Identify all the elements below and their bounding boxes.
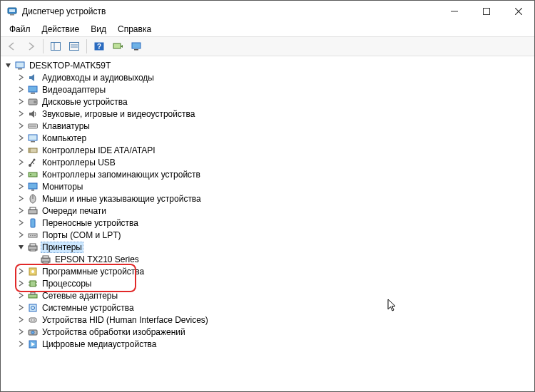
tree-node[interactable]: Мыши и иные указывающие устройства <box>15 192 534 205</box>
chevron-right-icon[interactable] <box>16 182 25 191</box>
tree-node[interactable]: Системные устройства <box>15 301 534 314</box>
tree-node[interactable]: Устройства обработки изображений <box>15 326 534 338</box>
chevron-right-icon[interactable] <box>16 195 25 203</box>
chevron-down-icon[interactable] <box>4 61 12 70</box>
chevron-right-icon[interactable] <box>16 207 25 215</box>
svg-rect-49 <box>43 262 49 263</box>
imaging-icon <box>27 326 39 338</box>
chevron-right-icon[interactable] <box>16 231 25 239</box>
chevron-right-icon[interactable] <box>16 110 25 118</box>
usb-icon <box>27 157 39 168</box>
tree-node[interactable]: Контроллеры IDE ATA/ATAPI <box>15 144 534 156</box>
tree-node[interactable]: Устройства HID (Human Interface Devices) <box>15 314 534 326</box>
tree-node[interactable]: Порты (COM и LPT) <box>15 229 534 241</box>
tree-node-label: Переносные устройства <box>41 218 140 228</box>
menu-file[interactable]: Файл <box>4 23 36 36</box>
toolbar-monitor[interactable] <box>128 38 145 54</box>
tree-node-label: Очереди печати <box>41 206 108 216</box>
tree-root-node[interactable]: DESKTOP-MATK59T <box>2 59 534 71</box>
chevron-right-icon[interactable] <box>16 98 25 106</box>
svg-rect-39 <box>31 219 35 227</box>
tree-node[interactable]: Переносные устройства <box>15 217 534 229</box>
tree-node[interactable]: Сетевые адаптеры <box>15 289 534 301</box>
device-tree-panel[interactable]: DESKTOP-MATK59TАудиовходы и аудиовыходыВ… <box>1 56 534 391</box>
chevron-down-icon[interactable] <box>16 243 25 252</box>
close-button[interactable] <box>502 1 534 22</box>
svg-rect-57 <box>29 294 37 298</box>
toolbar-forward[interactable] <box>22 38 39 54</box>
mouse-icon <box>27 193 39 205</box>
minimize-button[interactable] <box>438 1 470 22</box>
tree-node[interactable]: Контроллеры USB <box>15 156 534 168</box>
menubar: Файл Действие Вид Справка <box>1 22 534 36</box>
tree-node-label: Мониторы <box>41 182 84 192</box>
tree-leaf-label: EPSON TX210 Series <box>54 254 141 264</box>
svg-rect-58 <box>31 292 35 294</box>
chevron-right-icon[interactable] <box>16 279 25 288</box>
chevron-right-icon[interactable] <box>16 146 25 155</box>
tree-node-label: Компьютер <box>41 133 88 143</box>
tree-node[interactable]: Принтеры <box>15 241 534 253</box>
chevron-right-icon[interactable] <box>16 292 25 300</box>
chevron-right-icon[interactable] <box>16 219 25 227</box>
tree-node-label: Порты (COM и LPT) <box>41 230 123 240</box>
svg-rect-15 <box>132 43 141 48</box>
tree-node-label: Процессоры <box>41 279 93 289</box>
tree-node[interactable]: Процессоры <box>15 277 534 289</box>
chevron-right-icon[interactable] <box>16 304 25 312</box>
chevron-right-icon[interactable] <box>16 122 25 130</box>
svg-point-63 <box>34 319 35 321</box>
toolbar-back[interactable] <box>4 38 21 54</box>
svg-point-62 <box>31 319 32 321</box>
window-title: Диспетчер устройств <box>22 6 106 16</box>
printer-icon <box>40 254 51 265</box>
tree-node[interactable]: Программные устройства <box>15 265 534 277</box>
tree-node[interactable]: Дисковые устройства <box>15 96 534 108</box>
tree-node-label: Контроллеры запоминающих устройств <box>41 170 202 180</box>
toolbar-help[interactable]: ? <box>91 38 108 54</box>
chevron-right-icon[interactable] <box>16 267 25 276</box>
tree-node[interactable]: Цифровые медиаустройства <box>15 338 534 350</box>
toolbar-properties[interactable] <box>66 38 83 54</box>
svg-rect-19 <box>29 86 37 92</box>
tree-node[interactable]: Мониторы <box>15 180 534 192</box>
chevron-right-icon[interactable] <box>16 134 25 143</box>
menu-help[interactable]: Справка <box>112 23 157 36</box>
tree-leaf-node[interactable]: EPSON TX210 Series <box>28 253 534 265</box>
tree-node-label: Принтеры <box>41 242 83 253</box>
svg-rect-16 <box>134 49 138 51</box>
tree-node[interactable]: Контроллеры запоминающих устройств <box>15 168 534 180</box>
chevron-right-icon[interactable] <box>16 158 25 167</box>
svg-rect-37 <box>29 210 37 214</box>
svg-point-22 <box>34 100 36 103</box>
tree-node[interactable]: Компьютер <box>15 132 534 144</box>
toolbar: ? <box>1 36 534 56</box>
tree-node[interactable]: Видеоадаптеры <box>15 83 534 96</box>
menu-view[interactable]: Вид <box>85 23 112 36</box>
tree-node[interactable]: Клавиатуры <box>15 120 534 132</box>
tree-node[interactable]: Звуковые, игровые и видеоустройства <box>15 108 534 120</box>
toolbar-show-hide-tree[interactable] <box>47 38 64 54</box>
tree-node[interactable]: Аудиовходы и аудиовыходы <box>15 71 534 83</box>
chevron-right-icon[interactable] <box>16 340 25 349</box>
tree-node-label: Контроллеры USB <box>41 158 117 167</box>
tree-node-label: Дисковые устройства <box>41 97 129 107</box>
chevron-right-icon[interactable] <box>16 86 25 94</box>
tree-node[interactable]: Очереди печати <box>15 205 534 217</box>
svg-rect-14 <box>113 43 121 48</box>
svg-point-42 <box>32 234 34 236</box>
svg-rect-33 <box>29 183 37 189</box>
maximize-button[interactable] <box>470 1 502 22</box>
chevron-right-icon[interactable] <box>16 170 25 179</box>
chevron-right-icon[interactable] <box>16 316 25 324</box>
svg-point-32 <box>30 174 31 175</box>
toolbar-scan-hardware[interactable] <box>109 38 126 54</box>
printer-icon <box>27 242 39 253</box>
menu-action[interactable]: Действие <box>36 23 86 36</box>
svg-rect-7 <box>51 43 61 51</box>
chevron-right-icon[interactable] <box>16 328 25 336</box>
svg-rect-45 <box>30 244 36 246</box>
svg-rect-20 <box>31 93 35 94</box>
svg-rect-34 <box>31 190 34 191</box>
chevron-right-icon[interactable] <box>16 73 25 82</box>
